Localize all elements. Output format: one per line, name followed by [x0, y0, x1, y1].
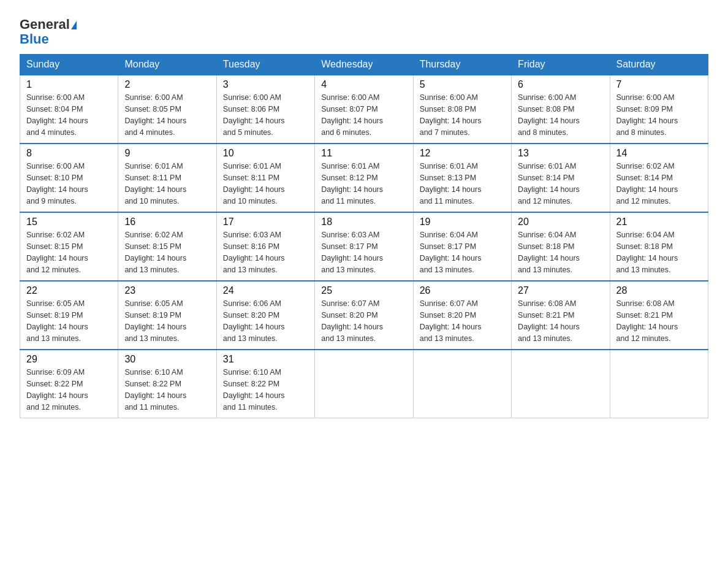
day-number: 27 [518, 285, 603, 296]
day-number: 7 [616, 79, 702, 90]
calendar-cell: 18 Sunrise: 6:03 AMSunset: 8:17 PMDaylig… [315, 212, 413, 281]
calendar-cell: 21 Sunrise: 6:04 AMSunset: 8:18 PMDaylig… [610, 212, 708, 281]
day-number: 25 [321, 285, 406, 296]
calendar-cell: 29 Sunrise: 6:09 AMSunset: 8:22 PMDaylig… [20, 350, 118, 418]
day-info: Sunrise: 6:08 AMSunset: 8:21 PMDaylight:… [518, 298, 603, 344]
day-number: 10 [223, 148, 308, 159]
day-info: Sunrise: 6:00 AMSunset: 8:06 PMDaylight:… [223, 92, 308, 138]
day-info: Sunrise: 6:03 AMSunset: 8:16 PMDaylight:… [223, 229, 308, 275]
day-number: 11 [321, 148, 406, 159]
day-info: Sunrise: 6:08 AMSunset: 8:21 PMDaylight:… [616, 298, 702, 344]
day-number: 15 [26, 216, 112, 228]
day-info: Sunrise: 6:00 AMSunset: 8:09 PMDaylight:… [616, 92, 702, 138]
calendar-cell: 25 Sunrise: 6:07 AMSunset: 8:20 PMDaylig… [315, 281, 413, 350]
calendar-cell: 10 Sunrise: 6:01 AMSunset: 8:11 PMDaylig… [216, 144, 314, 212]
day-info: Sunrise: 6:00 AMSunset: 8:08 PMDaylight:… [420, 92, 505, 138]
calendar-cell [315, 350, 413, 418]
calendar-cell: 20 Sunrise: 6:04 AMSunset: 8:18 PMDaylig… [512, 212, 610, 281]
day-info: Sunrise: 6:10 AMSunset: 8:22 PMDaylight:… [223, 367, 308, 413]
day-info: Sunrise: 6:06 AMSunset: 8:20 PMDaylight:… [223, 298, 308, 344]
calendar-cell: 26 Sunrise: 6:07 AMSunset: 8:20 PMDaylig… [413, 281, 511, 350]
calendar-cell: 2 Sunrise: 6:00 AMSunset: 8:05 PMDayligh… [118, 75, 216, 144]
calendar-table: SundayMondayTuesdayWednesdayThursdayFrid… [20, 54, 708, 418]
calendar-cell [610, 350, 708, 418]
day-number: 17 [223, 216, 308, 228]
day-info: Sunrise: 6:04 AMSunset: 8:18 PMDaylight:… [616, 229, 702, 275]
calendar-cell: 24 Sunrise: 6:06 AMSunset: 8:20 PMDaylig… [216, 281, 314, 350]
day-info: Sunrise: 6:07 AMSunset: 8:20 PMDaylight:… [420, 298, 505, 344]
calendar-cell: 11 Sunrise: 6:01 AMSunset: 8:12 PMDaylig… [315, 144, 413, 212]
weekday-header-friday: Friday [512, 55, 610, 75]
calendar-cell: 27 Sunrise: 6:08 AMSunset: 8:21 PMDaylig… [512, 281, 610, 350]
day-number: 12 [420, 148, 505, 159]
day-info: Sunrise: 6:04 AMSunset: 8:18 PMDaylight:… [518, 229, 603, 275]
day-info: Sunrise: 6:01 AMSunset: 8:11 PMDaylight:… [124, 161, 210, 207]
day-info: Sunrise: 6:01 AMSunset: 8:12 PMDaylight:… [321, 161, 406, 207]
day-number: 3 [223, 79, 308, 90]
page-header: General Blue [20, 15, 708, 47]
day-number: 1 [26, 79, 112, 90]
calendar-cell: 31 Sunrise: 6:10 AMSunset: 8:22 PMDaylig… [216, 350, 314, 418]
day-number: 19 [420, 216, 505, 228]
day-number: 16 [124, 216, 210, 228]
day-number: 14 [616, 148, 702, 159]
weekday-header-sunday: Sunday [20, 55, 118, 75]
day-info: Sunrise: 6:00 AMSunset: 8:05 PMDaylight:… [124, 92, 210, 138]
calendar-header-row: SundayMondayTuesdayWednesdayThursdayFrid… [20, 55, 708, 75]
calendar-cell: 22 Sunrise: 6:05 AMSunset: 8:19 PMDaylig… [20, 281, 118, 350]
day-number: 23 [124, 285, 210, 296]
day-info: Sunrise: 6:02 AMSunset: 8:14 PMDaylight:… [616, 161, 702, 207]
logo-blue: Blue [20, 31, 49, 47]
day-info: Sunrise: 6:01 AMSunset: 8:13 PMDaylight:… [420, 161, 505, 207]
day-number: 4 [321, 79, 406, 90]
weekday-header-wednesday: Wednesday [315, 55, 413, 75]
weekday-header-thursday: Thursday [413, 55, 511, 75]
calendar-cell: 7 Sunrise: 6:00 AMSunset: 8:09 PMDayligh… [610, 75, 708, 144]
calendar-cell [413, 350, 511, 418]
calendar-week-3: 15 Sunrise: 6:02 AMSunset: 8:15 PMDaylig… [20, 212, 708, 281]
day-info: Sunrise: 6:02 AMSunset: 8:15 PMDaylight:… [124, 229, 210, 275]
calendar-week-5: 29 Sunrise: 6:09 AMSunset: 8:22 PMDaylig… [20, 350, 708, 418]
day-info: Sunrise: 6:10 AMSunset: 8:22 PMDaylight:… [124, 367, 210, 413]
day-info: Sunrise: 6:07 AMSunset: 8:20 PMDaylight:… [321, 298, 406, 344]
calendar-cell: 13 Sunrise: 6:01 AMSunset: 8:14 PMDaylig… [512, 144, 610, 212]
day-number: 8 [26, 148, 112, 159]
day-info: Sunrise: 6:04 AMSunset: 8:17 PMDaylight:… [420, 229, 505, 275]
logo-general: General [20, 17, 70, 32]
day-number: 18 [321, 216, 406, 228]
weekday-header-tuesday: Tuesday [216, 55, 314, 75]
day-number: 9 [124, 148, 210, 159]
calendar-cell: 3 Sunrise: 6:00 AMSunset: 8:06 PMDayligh… [216, 75, 314, 144]
calendar-cell: 5 Sunrise: 6:00 AMSunset: 8:08 PMDayligh… [413, 75, 511, 144]
calendar-cell: 30 Sunrise: 6:10 AMSunset: 8:22 PMDaylig… [118, 350, 216, 418]
calendar-week-2: 8 Sunrise: 6:00 AMSunset: 8:10 PMDayligh… [20, 144, 708, 212]
day-info: Sunrise: 6:03 AMSunset: 8:17 PMDaylight:… [321, 229, 406, 275]
day-number: 26 [420, 285, 505, 296]
day-number: 21 [616, 216, 702, 228]
weekday-header-monday: Monday [118, 55, 216, 75]
calendar-cell: 14 Sunrise: 6:02 AMSunset: 8:14 PMDaylig… [610, 144, 708, 212]
calendar-cell: 28 Sunrise: 6:08 AMSunset: 8:21 PMDaylig… [610, 281, 708, 350]
calendar-week-1: 1 Sunrise: 6:00 AMSunset: 8:04 PMDayligh… [20, 75, 708, 144]
day-info: Sunrise: 6:00 AMSunset: 8:08 PMDaylight:… [518, 92, 603, 138]
day-number: 6 [518, 79, 603, 90]
day-number: 24 [223, 285, 308, 296]
day-info: Sunrise: 6:02 AMSunset: 8:15 PMDaylight:… [26, 229, 112, 275]
day-number: 28 [616, 285, 702, 296]
day-number: 13 [518, 148, 603, 159]
calendar-week-4: 22 Sunrise: 6:05 AMSunset: 8:19 PMDaylig… [20, 281, 708, 350]
calendar-cell: 1 Sunrise: 6:00 AMSunset: 8:04 PMDayligh… [20, 75, 118, 144]
day-info: Sunrise: 6:01 AMSunset: 8:14 PMDaylight:… [518, 161, 603, 207]
day-info: Sunrise: 6:05 AMSunset: 8:19 PMDaylight:… [124, 298, 210, 344]
day-info: Sunrise: 6:00 AMSunset: 8:04 PMDaylight:… [26, 92, 112, 138]
calendar-cell: 4 Sunrise: 6:00 AMSunset: 8:07 PMDayligh… [315, 75, 413, 144]
weekday-header-saturday: Saturday [610, 55, 708, 75]
logo-triangle-icon [71, 21, 77, 29]
calendar-cell: 15 Sunrise: 6:02 AMSunset: 8:15 PMDaylig… [20, 212, 118, 281]
calendar-cell: 9 Sunrise: 6:01 AMSunset: 8:11 PMDayligh… [118, 144, 216, 212]
calendar-cell: 23 Sunrise: 6:05 AMSunset: 8:19 PMDaylig… [118, 281, 216, 350]
day-number: 31 [223, 354, 308, 365]
day-number: 5 [420, 79, 505, 90]
day-info: Sunrise: 6:00 AMSunset: 8:07 PMDaylight:… [321, 92, 406, 138]
calendar-cell: 16 Sunrise: 6:02 AMSunset: 8:15 PMDaylig… [118, 212, 216, 281]
